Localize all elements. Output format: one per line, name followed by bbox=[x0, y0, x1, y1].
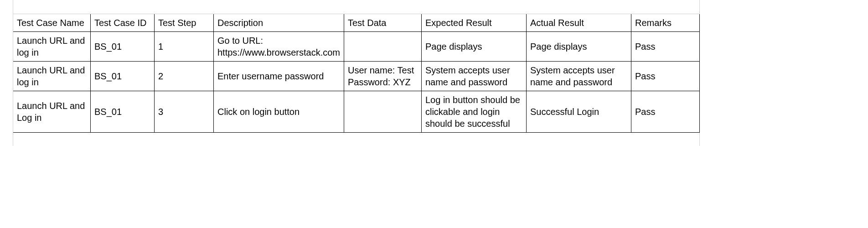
cell-test-data[interactable] bbox=[344, 31, 421, 61]
table-header-row: Test Case Name Test Case ID Test Step De… bbox=[13, 14, 708, 31]
cell-remarks[interactable]: Pass bbox=[631, 31, 699, 61]
cell-test-step[interactable]: 2 bbox=[155, 61, 214, 91]
cell-remarks[interactable]: Pass bbox=[631, 61, 699, 91]
cell-test-case-name[interactable]: Launch URL and Log in bbox=[13, 91, 91, 132]
cell-test-case-id[interactable]: BS_01 bbox=[91, 61, 155, 91]
header-expected-result[interactable]: Expected Result bbox=[421, 14, 526, 31]
cell-actual-result[interactable]: System accepts user name and password bbox=[526, 61, 631, 91]
cell-expected-result[interactable]: Page displays bbox=[421, 31, 526, 61]
cell-actual-result[interactable]: Page displays bbox=[526, 31, 631, 61]
empty-row-above bbox=[13, 0, 708, 14]
header-actual-result[interactable]: Actual Result bbox=[526, 14, 631, 31]
cell-test-data[interactable]: User name: TestPassword: XYZ bbox=[344, 61, 421, 91]
cell-test-case-name[interactable]: Launch URL and log in bbox=[13, 61, 91, 91]
header-remarks[interactable]: Remarks bbox=[631, 14, 699, 31]
empty-row-below bbox=[13, 132, 708, 146]
cell-test-step[interactable]: 1 bbox=[155, 31, 214, 61]
table-row: Launch URL and log in BS_01 2 Enter user… bbox=[13, 61, 708, 91]
cell-description[interactable]: Click on login button bbox=[214, 91, 344, 132]
cell-description[interactable]: Go to URL: https://www.browserstack.com bbox=[214, 31, 344, 61]
header-test-case-name[interactable]: Test Case Name bbox=[13, 14, 91, 31]
table-row: Launch URL and log in BS_01 1 Go to URL:… bbox=[13, 31, 708, 61]
cell-test-step[interactable]: 3 bbox=[155, 91, 214, 132]
cell-remarks[interactable]: Pass bbox=[631, 91, 699, 132]
cell-actual-result[interactable]: Successful Login bbox=[526, 91, 631, 132]
table-row: Launch URL and Log in BS_01 3 Click on l… bbox=[13, 91, 708, 132]
cell-test-case-id[interactable]: BS_01 bbox=[91, 31, 155, 61]
cell-test-case-name[interactable]: Launch URL and log in bbox=[13, 31, 91, 61]
header-test-step[interactable]: Test Step bbox=[155, 14, 214, 31]
header-description[interactable]: Description bbox=[214, 14, 344, 31]
cell-expected-result[interactable]: Log in button should be clickable and lo… bbox=[421, 91, 526, 132]
cell-expected-result[interactable]: System accepts user name and password bbox=[421, 61, 526, 91]
test-case-table[interactable]: Test Case Name Test Case ID Test Step De… bbox=[13, 0, 708, 146]
header-test-case-id[interactable]: Test Case ID bbox=[91, 14, 155, 31]
cell-test-case-id[interactable]: BS_01 bbox=[91, 91, 155, 132]
header-test-data[interactable]: Test Data bbox=[344, 14, 421, 31]
cell-description[interactable]: Enter username password bbox=[214, 61, 344, 91]
cell-test-data[interactable] bbox=[344, 91, 421, 132]
